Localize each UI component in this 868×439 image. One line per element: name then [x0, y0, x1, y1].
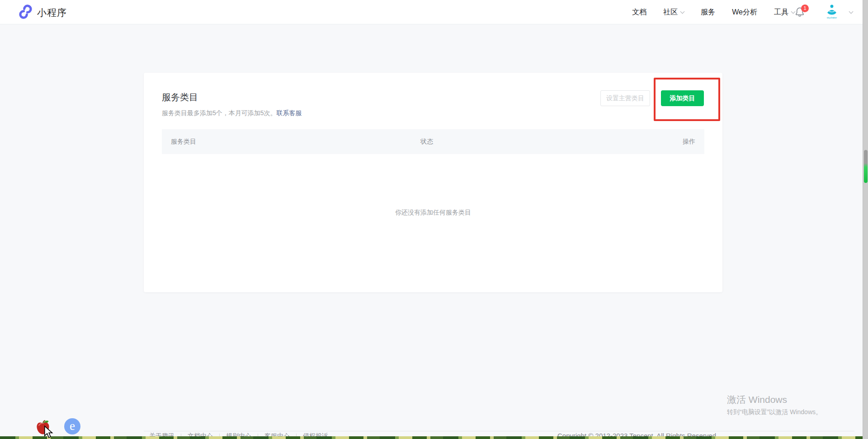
- bell-icon: [794, 12, 806, 19]
- set-primary-category-button[interactable]: 设置主营类目: [600, 90, 650, 106]
- limit-text: 服务类目最多添加5个，本月可添加5次。: [162, 109, 277, 117]
- logo-text: 小程序: [37, 6, 67, 19]
- nav-item-we-analytics[interactable]: We分析: [732, 8, 757, 17]
- page-title: 服务类目: [162, 91, 198, 103]
- notification-badge: 1: [801, 5, 809, 12]
- desktop-edge-strip: [0, 436, 868, 439]
- account-avatar[interactable]: skychaker: [825, 4, 839, 20]
- watermark-line1: 激活 Windows: [727, 394, 822, 406]
- scrollbar-thumb[interactable]: [864, 150, 868, 183]
- mouse-cursor: [43, 425, 53, 439]
- weapp-logo-icon: [18, 5, 33, 21]
- avatar-logo-icon: [826, 9, 838, 16]
- service-category-card: 服务类目 服务类目最多添加5个，本月可添加5次。联系客服 设置主营类目 添加类目…: [144, 73, 722, 292]
- nav-item-docs[interactable]: 文档: [632, 8, 646, 17]
- vertical-scrollbar[interactable]: [863, 0, 868, 439]
- contact-support-link[interactable]: 联系客服: [277, 109, 302, 117]
- column-header-status: 状态: [420, 138, 664, 146]
- column-header-actions: 操作: [664, 138, 695, 146]
- notification-bell-button[interactable]: 1: [794, 6, 809, 20]
- mini-program-logo[interactable]: 小程序: [18, 5, 67, 21]
- nav-item-service[interactable]: 服务: [701, 8, 715, 17]
- column-header-category: 服务类目: [171, 138, 420, 146]
- watermark-line2: 转到“电脑设置”以激活 Windows。: [727, 407, 822, 416]
- windows-activation-watermark: 激活 Windows 转到“电脑设置”以激活 Windows。: [727, 394, 822, 416]
- primary-nav: 文档 社区 服务 We分析 工具: [632, 0, 795, 24]
- nav-item-community[interactable]: 社区: [663, 8, 684, 17]
- nav-item-tools[interactable]: 工具: [774, 8, 795, 17]
- empty-state-text: 你还没有添加任何服务类目: [144, 209, 722, 217]
- avatar-username: skychaker: [825, 17, 839, 19]
- table-header-row: 服务类目 状态 操作: [162, 129, 704, 154]
- footer-divider: [144, 431, 854, 431]
- chevron-down-icon: [680, 9, 685, 14]
- top-navigation-bar: 小程序 文档 社区 服务 We分析 工具 1 skychaker: [0, 0, 868, 24]
- category-limit-text: 服务类目最多添加5个，本月可添加5次。联系客服: [162, 109, 302, 117]
- ie-browser-icon[interactable]: e: [64, 418, 80, 434]
- account-chevron-down-icon[interactable]: [849, 9, 854, 14]
- add-category-button[interactable]: 添加类目: [661, 90, 704, 106]
